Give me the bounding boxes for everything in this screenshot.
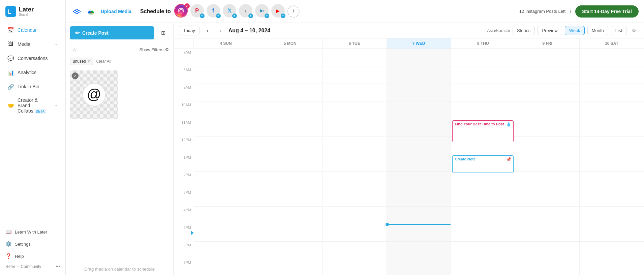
calendar-cell-9AM-fri[interactable] (515, 84, 580, 101)
calendar-cell-7AM-fri[interactable] (515, 49, 580, 66)
calendar-cell-10AM-fri[interactable] (515, 101, 580, 119)
pinterest-icon[interactable]: P + (190, 4, 205, 19)
calendar-cell-2PM-thu[interactable] (451, 172, 515, 189)
sidebar-item-media[interactable]: 🖼 Media → (2, 37, 63, 51)
trial-button[interactable]: Start 14-Day Free Trial (575, 5, 639, 18)
calendar-cell-9AM-thu[interactable] (451, 84, 515, 101)
sidebar-item-analytics[interactable]: 📊 Analytics (2, 66, 63, 79)
sidebar-item-learn[interactable]: 📖 Learn With Later (0, 226, 65, 238)
calendar-cell-7AM-mon[interactable] (258, 49, 323, 66)
calendar-cell-11AM-sat[interactable] (580, 119, 644, 136)
create-post-button[interactable]: ✏ Create Post (70, 26, 154, 39)
calendar-cell-5PM-sun[interactable] (194, 224, 258, 242)
calendar-cell-10AM-tue[interactable] (323, 101, 387, 119)
calendar-cell-11AM-thu[interactable]: 💧Find Your Best Time to Post (451, 119, 515, 136)
week-view-button[interactable]: Week (565, 26, 585, 35)
event-best-time[interactable]: 💧Find Your Best Time to Post (452, 120, 514, 142)
calendar-cell-1PM-mon[interactable] (258, 154, 323, 172)
stories-view-button[interactable]: Stories (513, 26, 535, 35)
calendar-cell-6PM-mon[interactable] (258, 242, 323, 259)
calendar-cell-2PM-mon[interactable] (258, 172, 323, 189)
calendar-cell-6PM-sun[interactable] (194, 242, 258, 259)
clear-all-button[interactable]: Clear All (96, 59, 111, 64)
calendar-cell-2PM-sat[interactable] (580, 172, 644, 189)
calendar-cell-12PM-fri[interactable] (515, 136, 580, 154)
calendar-cell-9AM-tue[interactable] (323, 84, 387, 101)
calendar-cell-4PM-tue[interactable] (323, 207, 387, 224)
calendar-cell-10AM-sun[interactable] (194, 101, 258, 119)
calendar-cell-7AM-sun[interactable] (194, 49, 258, 66)
calendar-cell-1PM-sun[interactable] (194, 154, 258, 172)
calendar-cell-6PM-fri[interactable] (515, 242, 580, 259)
calendar-cell-12PM-sat[interactable] (580, 136, 644, 154)
calendar-cell-12PM-tue[interactable] (323, 136, 387, 154)
calendar-cell-8AM-fri[interactable] (515, 66, 580, 84)
calendar-cell-7PM-wed[interactable] (387, 259, 451, 275)
calendar-cell-6PM-tue[interactable] (323, 242, 387, 259)
linkedin-icon[interactable]: in + (255, 4, 270, 19)
calendar-cell-6PM-wed[interactable] (387, 242, 451, 259)
calendar-cell-7AM-wed[interactable] (387, 49, 451, 66)
grid-layout-button[interactable]: ⊞ (157, 27, 169, 39)
more-dots[interactable]: ••• (56, 264, 60, 269)
facebook-icon[interactable]: f + (207, 4, 221, 19)
tiktok-icon[interactable]: ♪ + (239, 4, 254, 19)
calendar-cell-6PM-sat[interactable] (580, 242, 644, 259)
add-social-button[interactable]: + (287, 5, 300, 18)
refer-label[interactable]: Refer (5, 264, 15, 269)
instagram-account-icon[interactable]: ✓ (174, 4, 189, 19)
dropbox-icon[interactable] (71, 6, 83, 17)
calendar-cell-9AM-mon[interactable] (258, 84, 323, 101)
calendar-cell-8AM-mon[interactable] (258, 66, 323, 84)
calendar-cell-4PM-wed[interactable] (387, 207, 451, 224)
calendar-cell-2PM-fri[interactable] (515, 172, 580, 189)
calendar-cell-3PM-tue[interactable] (323, 189, 387, 207)
calendar-cell-11AM-sun[interactable] (194, 119, 258, 136)
calendar-cell-12PM-sun[interactable] (194, 136, 258, 154)
calendar-cell-10AM-mon[interactable] (258, 101, 323, 119)
calendar-cell-10AM-wed[interactable] (387, 101, 451, 119)
calendar-cell-1PM-wed[interactable] (387, 154, 451, 172)
sidebar-item-link-in-bio[interactable]: 🔗 Link in Bio (2, 80, 63, 93)
calendar-settings-button[interactable]: ⚙ (629, 26, 639, 35)
calendar-cell-1PM-thu[interactable]: 📌Create Note (451, 154, 515, 172)
calendar-cell-3PM-sun[interactable] (194, 189, 258, 207)
calendar-cell-11AM-tue[interactable] (323, 119, 387, 136)
upload-media-button[interactable]: Upload Media (101, 9, 131, 14)
event-create-note[interactable]: 📌Create Note (452, 155, 514, 173)
calendar-cell-10AM-sat[interactable] (580, 101, 644, 119)
calendar-cell-12PM-mon[interactable] (258, 136, 323, 154)
calendar-cell-7PM-tue[interactable] (323, 259, 387, 275)
calendar-cell-1PM-sat[interactable] (580, 154, 644, 172)
calendar-cell-9AM-sat[interactable] (580, 84, 644, 101)
calendar-cell-2PM-tue[interactable] (323, 172, 387, 189)
calendar-cell-3PM-fri[interactable] (515, 189, 580, 207)
calendar-cell-11AM-wed[interactable] (387, 119, 451, 136)
twitter-icon[interactable]: 𝕏 + (223, 4, 238, 19)
sidebar-item-settings[interactable]: ⚙️ Settings (0, 238, 65, 250)
info-icon[interactable]: ℹ (570, 9, 571, 14)
calendar-cell-4PM-thu[interactable] (451, 207, 515, 224)
calendar-cell-4PM-fri[interactable] (515, 207, 580, 224)
calendar-cell-5PM-fri[interactable] (515, 224, 580, 242)
calendar-cell-8AM-sun[interactable] (194, 66, 258, 84)
calendar-cell-4PM-mon[interactable] (258, 207, 323, 224)
calendar-cell-8AM-thu[interactable] (451, 66, 515, 84)
sidebar-item-calendar[interactable]: 📅 Calendar (2, 23, 63, 37)
calendar-cell-3PM-thu[interactable] (451, 189, 515, 207)
calendar-cell-9AM-wed[interactable] (387, 84, 451, 101)
calendar-cell-7AM-sat[interactable] (580, 49, 644, 66)
sidebar-item-help[interactable]: ❓ Help (0, 250, 65, 262)
gdrive-icon[interactable] (85, 6, 97, 17)
calendar-cell-7PM-fri[interactable] (515, 259, 580, 275)
calendar-cell-7AM-thu[interactable] (451, 49, 515, 66)
prev-week-button[interactable]: ‹ (203, 26, 212, 35)
calendar-cell-12PM-wed[interactable] (387, 136, 451, 154)
calendar-cell-1PM-tue[interactable] (323, 154, 387, 172)
calendar-cell-4PM-sat[interactable] (580, 207, 644, 224)
calendar-cell-7PM-sun[interactable] (194, 259, 258, 275)
calendar-grid[interactable]: 4 SUN 5 MON 6 TUE 7 WED 8 THU 9 FRI 10 S… (174, 38, 644, 275)
calendar-cell-5PM-sat[interactable] (580, 224, 644, 242)
month-view-button[interactable]: Month (587, 26, 608, 35)
calendar-cell-8AM-tue[interactable] (323, 66, 387, 84)
